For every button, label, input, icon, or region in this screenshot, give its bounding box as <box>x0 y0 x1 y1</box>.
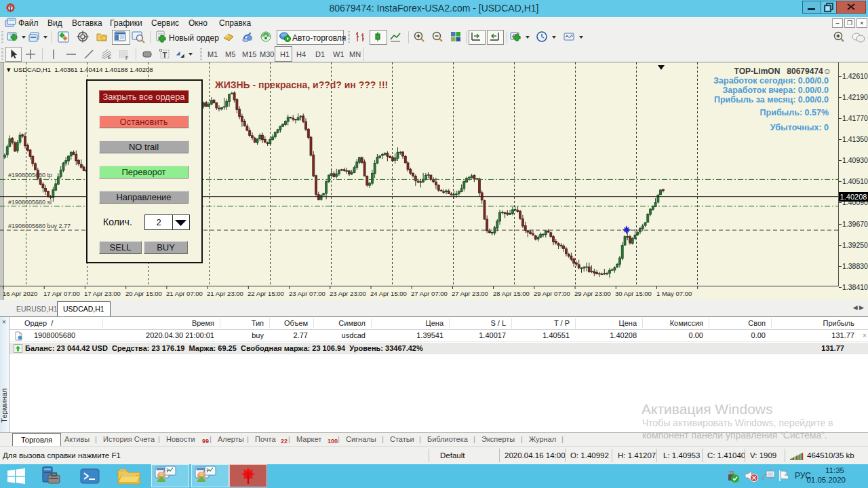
svg-text:F: F <box>125 56 128 60</box>
svg-text:T: T <box>163 51 167 59</box>
svg-text:E: E <box>108 55 111 60</box>
